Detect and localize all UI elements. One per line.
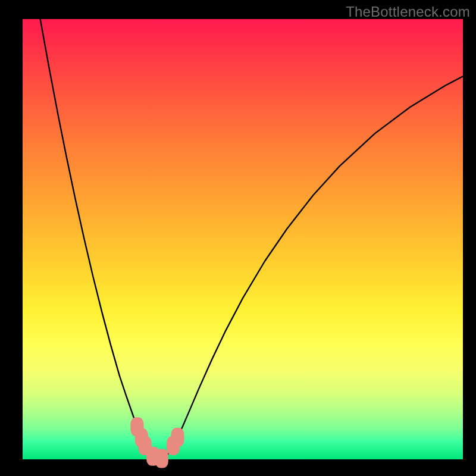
curve-layer — [0, 0, 476, 476]
watermark-text: TheBottleneck.com — [346, 4, 470, 20]
marker-bottom-2 — [155, 449, 168, 468]
marker-right-2 — [171, 428, 184, 447]
bottleneck-curve — [40, 19, 463, 459]
chart-frame: TheBottleneck.com — [0, 0, 476, 476]
